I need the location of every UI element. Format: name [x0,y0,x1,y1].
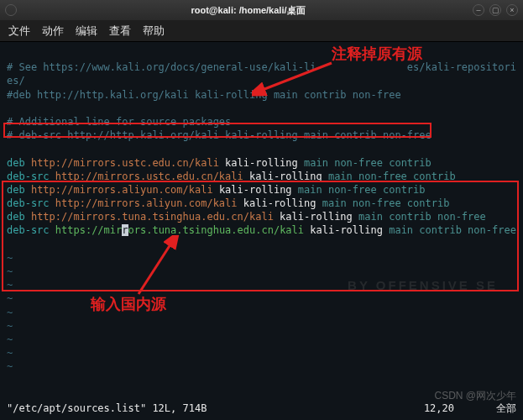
empty-line-tilde: ~ [7,347,13,359]
deb-line: deb http://mirrors.ustc.edu.cn/kali kali… [7,157,431,169]
deb-src-line: deb-src http://mirrors.ustc.edu.cn/kali … [7,171,456,182]
app-menu-icon[interactable] [5,4,17,16]
deb-line: deb http://mirrors.tuna.tsinghua.edu.cn/… [7,211,486,223]
comment-line: # deb-src http://http.kali.org/kali kali… [7,129,431,141]
comment-line: # See https://www.kali.org/docs/general-… [7,61,516,87]
menu-edit[interactable]: 编辑 [76,24,97,39]
comment-line: # Additional line for source packages [7,116,231,128]
maximize-button[interactable]: ▢ [489,4,501,16]
deb-src-line: deb-src https://mirrors.tuna.tsinghua.ed… [7,224,516,236]
empty-line-tilde: ~ [7,320,13,332]
empty-line-tilde: ~ [7,360,13,372]
vim-statusbar: "/etc/apt/sources.list" 12L, 714B 12,20 … [7,402,516,415]
minimize-button[interactable]: – [473,4,484,16]
status-mode: 全部 [496,402,516,415]
empty-line-tilde: ~ [7,307,13,318]
menu-file[interactable]: 文件 [8,24,30,39]
deb-line: deb http://mirrors.aliyun.com/kali kali-… [7,184,426,196]
window-titlebar: root@kali: /home/kali/桌面 – ▢ × [0,0,523,20]
empty-line-tilde: ~ [7,265,13,277]
commented-deb-line: #deb http://http.kali.org/kali kali-roll… [7,89,401,101]
kali-watermark: BY OFFENSIVE SE [348,277,498,294]
close-button[interactable]: × [506,4,518,16]
empty-line-tilde: ~ [7,292,13,304]
status-filename: "/etc/apt/sources.list" 12L, 714B [7,402,424,415]
menu-help[interactable]: 帮助 [143,24,165,39]
menubar: 文件 动作 编辑 查看 帮助 [0,20,523,42]
status-position: 12,20 [424,402,454,415]
empty-line-tilde: ~ [7,279,13,291]
window-title: root@kali: /home/kali/桌面 [24,4,473,17]
menu-actions[interactable]: 动作 [42,24,64,39]
deb-src-line: deb-src http://mirrors.aliyun.com/kali k… [7,197,449,209]
csdn-watermark: CSDN @网次少年 [434,389,516,403]
cursor: r [122,224,128,236]
empty-line-tilde: ~ [7,333,13,345]
terminal-content[interactable]: # See https://www.kali.org/docs/general-… [0,42,523,420]
menu-view[interactable]: 查看 [109,24,131,39]
empty-line-tilde: ~ [7,252,13,264]
